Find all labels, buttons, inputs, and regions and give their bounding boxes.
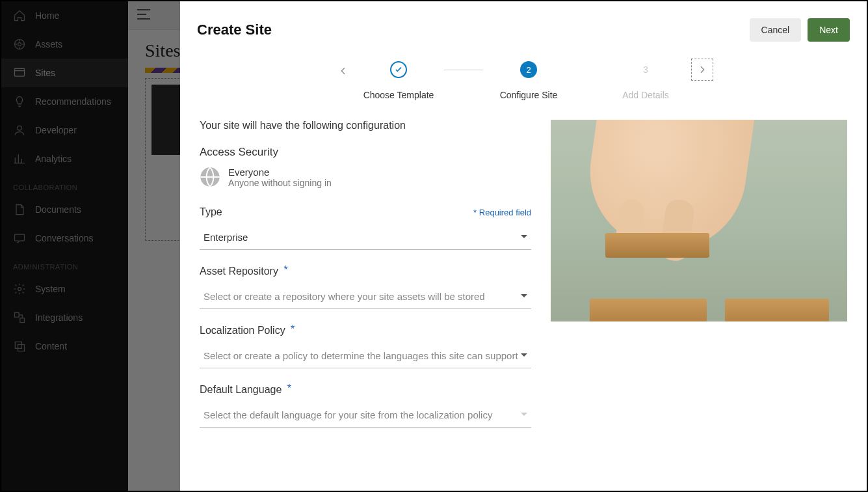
field-asset-repository: Asset Repository * Select or create a re… [200,266,531,309]
check-icon [390,61,407,78]
type-label: Type [200,206,222,218]
repo-select[interactable]: Select or create a repository where your… [200,284,531,309]
step-configure-site[interactable]: 2 Configure Site [483,61,574,100]
lang-label: Default Language [200,384,282,395]
access-title: Everyone [228,167,332,178]
required-mark: * [287,383,291,394]
type-select[interactable]: Enterprise [200,225,531,250]
loc-select[interactable]: Select or create a policy to determine t… [200,343,531,368]
wizard-stepper: Choose Template 2 Configure Site 3 Add D… [180,61,867,100]
step-add-details: 3 Add Details [600,61,691,100]
next-button[interactable]: Next [808,18,850,42]
step-connector [444,70,483,70]
field-default-language: Default Language * Select the default la… [200,384,531,428]
step-number: 3 [643,61,648,78]
step-label: Add Details [622,90,669,100]
preview-image [551,120,847,443]
step-number-icon: 2 [520,61,537,78]
step-prev-button[interactable] [334,61,353,81]
config-intro: Your site will have the following config… [200,120,531,131]
step-label: Choose Template [363,90,434,100]
loc-placeholder: Select or create a policy to determine t… [204,350,518,361]
lang-placeholder: Select the default language for your sit… [204,409,492,420]
caret-down-icon [521,349,527,361]
caret-down-icon [521,409,527,420]
globe-icon [200,167,220,187]
access-security-heading: Access Security [200,146,531,159]
access-subtitle: Anyone without signing in [228,178,332,188]
modal-backdrop [1,1,180,491]
required-mark: * [291,323,295,335]
field-localization-policy: Localization Policy * Select or create a… [200,325,531,368]
create-site-modal: Create Site Cancel Next Choose Template … [180,1,867,491]
modal-title: Create Site [197,21,272,38]
access-security-value: Everyone Anyone without signing in [200,167,531,188]
field-type: Type * Required field Enterprise [200,206,531,250]
lang-select[interactable]: Select the default language for your sit… [200,402,531,428]
required-field-hint: * Required field [473,208,531,217]
repo-label: Asset Repository [200,266,278,277]
step-next-button[interactable] [691,59,713,81]
required-mark: * [283,264,287,275]
caret-down-icon [521,290,527,302]
caret-down-icon [521,231,527,243]
repo-placeholder: Select or create a repository where your… [204,291,485,302]
step-choose-template[interactable]: Choose Template [353,61,444,100]
step-label: Configure Site [500,90,558,100]
loc-label: Localization Policy [200,325,285,336]
cancel-button[interactable]: Cancel [750,18,802,42]
type-value: Enterprise [204,232,248,243]
